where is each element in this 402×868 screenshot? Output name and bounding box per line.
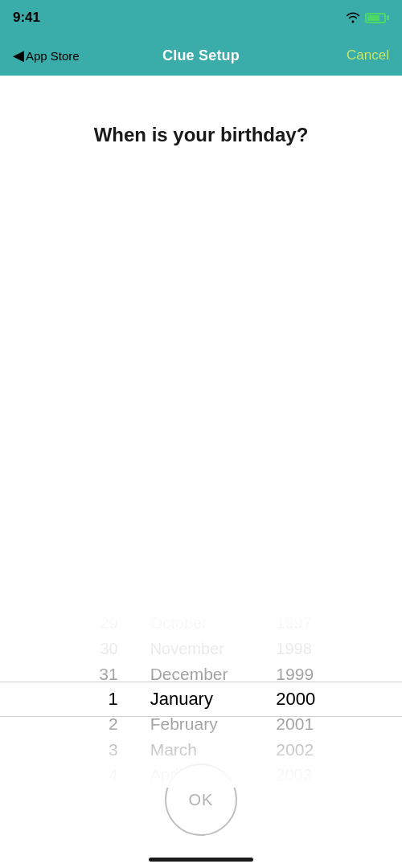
list-item[interactable]: December <box>134 661 269 686</box>
list-item[interactable]: 1 <box>0 686 134 711</box>
wifi-icon <box>346 12 360 23</box>
list-item[interactable]: 3 <box>0 737 134 762</box>
list-item[interactable]: 31 <box>0 661 134 686</box>
status-time: 9:41 <box>13 10 40 26</box>
list-item[interactable]: 2002 <box>268 737 402 762</box>
home-indicator <box>149 858 253 862</box>
ok-button-container: OK <box>165 764 237 836</box>
nav-title: Clue Setup <box>162 47 240 64</box>
back-button[interactable]: ◀ App Store <box>13 47 80 64</box>
list-item[interactable]: 1999 <box>268 661 402 686</box>
cancel-button[interactable]: Cancel <box>347 47 389 63</box>
ok-button[interactable]: OK <box>165 764 237 836</box>
status-icons <box>346 12 389 23</box>
list-item[interactable]: February <box>134 712 269 737</box>
picker-columns: 29 30 31 1 2 3 4 October November Decemb… <box>0 611 402 788</box>
back-chevron-icon: ◀ <box>13 47 24 64</box>
birthday-question: When is your birthday? <box>70 124 333 146</box>
back-label: App Store <box>26 49 80 63</box>
list-item[interactable]: 2001 <box>268 712 402 737</box>
list-item[interactable]: 4 <box>0 763 134 788</box>
picker-month-column[interactable]: October November December January Februa… <box>134 611 269 788</box>
list-item[interactable]: March <box>134 737 269 762</box>
ok-button-label: OK <box>189 791 214 809</box>
list-item[interactable]: January <box>134 686 269 711</box>
list-item[interactable]: 2003 <box>268 763 402 788</box>
picker-year-column[interactable]: 1997 1998 1999 2000 2001 2002 2003 <box>268 611 402 788</box>
picker-day-column[interactable]: 29 30 31 1 2 3 4 <box>0 611 134 788</box>
main-content: When is your birthday? 29 30 31 1 2 3 4 <box>0 76 402 868</box>
battery-icon <box>365 13 389 23</box>
picker-wrapper[interactable]: 29 30 31 1 2 3 4 October November Decemb… <box>0 611 402 788</box>
list-item[interactable]: 2 <box>0 712 134 737</box>
list-item[interactable]: 2000 <box>268 686 402 711</box>
status-bar: 9:41 <box>0 0 402 35</box>
list-item[interactable]: October <box>134 611 269 636</box>
nav-bar: ◀ App Store Clue Setup Cancel <box>0 35 402 76</box>
picker-section[interactable]: 29 30 31 1 2 3 4 October November Decemb… <box>0 611 402 788</box>
list-item[interactable]: November <box>134 636 269 661</box>
list-item[interactable]: 1998 <box>268 636 402 661</box>
list-item[interactable]: 1997 <box>268 611 402 636</box>
list-item[interactable]: 29 <box>0 611 134 636</box>
list-item[interactable]: 30 <box>0 636 134 661</box>
